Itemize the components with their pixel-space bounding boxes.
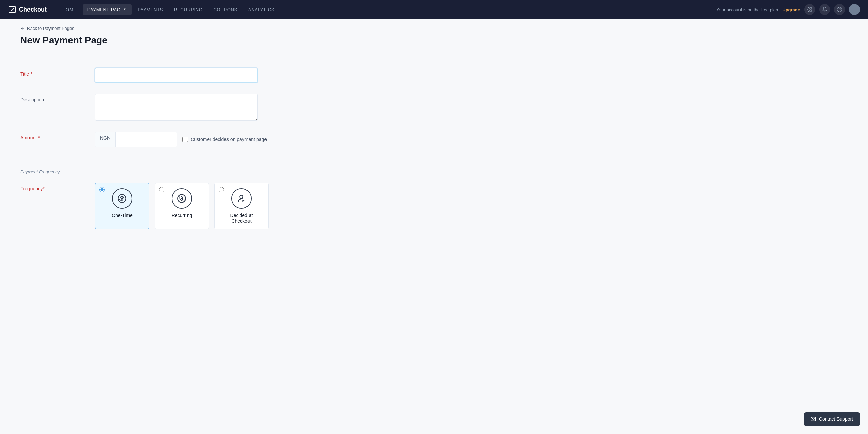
title-input[interactable] [95, 68, 258, 83]
recurring-dollar-icon [177, 194, 186, 203]
frequency-radio-decided-checkout[interactable] [219, 187, 224, 192]
title-row: Title * [20, 68, 387, 83]
back-link-label: Back to Payment Pages [27, 26, 74, 31]
frequency-radio-recurring[interactable] [159, 187, 164, 192]
description-input[interactable] [95, 94, 258, 121]
free-plan-text: Your account is on the free plan [716, 7, 778, 12]
nav-home[interactable]: HOME [58, 4, 81, 15]
nav-payments[interactable]: PAYMENTS [133, 4, 168, 15]
navbar: Checkout HOME PAYMENT PAGES PAYMENTS REC… [0, 0, 868, 19]
one-time-label: One-Time [112, 213, 133, 218]
user-avatar[interactable] [849, 4, 860, 15]
currency-prefix: NGN [95, 132, 116, 147]
title-label: Title * [20, 68, 88, 77]
description-row: Description [20, 94, 387, 121]
checkout-icon [8, 5, 16, 14]
frequency-card-one-time[interactable]: One-Time [95, 183, 149, 229]
frequency-label: Frequency* [20, 183, 88, 191]
description-label: Description [20, 94, 88, 102]
bell-icon [822, 7, 827, 12]
page-header: Back to Payment Pages New Payment Page [0, 19, 868, 54]
amount-input[interactable] [116, 132, 177, 147]
nav-links: HOME PAYMENT PAGES PAYMENTS RECURRING CO… [58, 4, 716, 15]
frequency-radio-one-time[interactable] [99, 187, 105, 192]
settings-button[interactable] [804, 4, 815, 15]
navbar-right: Your account is on the free plan Upgrade [716, 4, 860, 15]
gear-icon [807, 7, 812, 12]
frequency-card-decided-checkout[interactable]: Decided at Checkout [214, 183, 269, 229]
back-arrow-icon [20, 26, 25, 31]
frequency-options: One-Time Recurring [95, 183, 269, 229]
divider [20, 158, 387, 158]
decided-checkout-icon [231, 188, 252, 209]
recurring-icon [172, 188, 192, 209]
question-icon [837, 7, 842, 12]
amount-row: Amount * NGN Customer decides on payment… [20, 132, 387, 147]
amount-input-group: NGN [95, 132, 177, 147]
customer-decides-group: Customer decides on payment page [182, 137, 267, 142]
decided-checkout-label: Decided at Checkout [220, 213, 263, 224]
amount-label: Amount * [20, 132, 88, 140]
page-title: New Payment Page [20, 35, 848, 46]
person-check-icon [237, 194, 246, 203]
notifications-button[interactable] [819, 4, 830, 15]
dollar-circle-icon [117, 194, 127, 203]
amount-field: NGN Customer decides on payment page [95, 132, 267, 147]
back-link[interactable]: Back to Payment Pages [20, 26, 848, 31]
brand-logo[interactable]: Checkout [8, 5, 47, 14]
customer-decides-checkbox[interactable] [182, 137, 188, 142]
upgrade-button[interactable]: Upgrade [782, 7, 800, 12]
nav-coupons[interactable]: COUPONS [209, 4, 242, 15]
nav-recurring[interactable]: RECURRING [169, 4, 208, 15]
nav-analytics[interactable]: ANALYTICS [243, 4, 279, 15]
frequency-row: Frequency* One-Time [20, 183, 387, 229]
help-button[interactable] [834, 4, 845, 15]
brand-name: Checkout [19, 6, 47, 13]
svg-point-1 [809, 9, 810, 10]
frequency-card-recurring[interactable]: Recurring [155, 183, 209, 229]
one-time-icon [112, 188, 132, 209]
nav-payment-pages[interactable]: PAYMENT PAGES [83, 4, 132, 15]
customer-decides-label[interactable]: Customer decides on payment page [191, 137, 267, 142]
svg-point-10 [240, 195, 243, 199]
payment-frequency-section-label: Payment Frequency [20, 169, 387, 174]
main-content: Title * Description Amount * NGN Custome… [0, 54, 407, 243]
recurring-label: Recurring [172, 213, 192, 218]
